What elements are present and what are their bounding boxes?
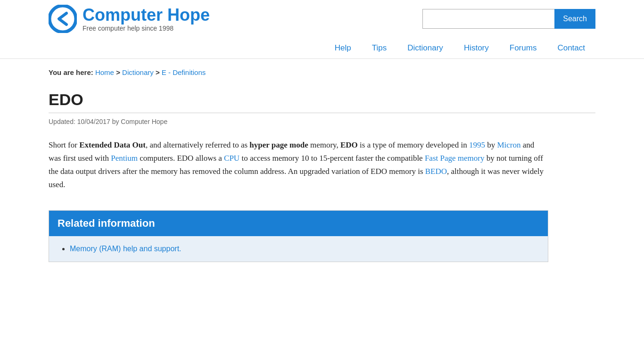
nav-item-tips[interactable]: Tips: [362, 38, 397, 58]
link-pentium[interactable]: Pentium: [111, 154, 138, 163]
logo-text: Computer Hope Free computer help since 1…: [83, 6, 210, 32]
related-info-box: Related information Memory (RAM) help an…: [49, 210, 548, 262]
nav-link-dictionary[interactable]: Dictionary: [397, 38, 454, 58]
nav-link-forums[interactable]: Forums: [499, 38, 547, 58]
site-name-part1: Computer: [83, 5, 167, 25]
article-title: EDO: [49, 90, 595, 109]
search-input[interactable]: [422, 9, 554, 29]
related-links-list: Memory (RAM) help and support.: [60, 245, 537, 253]
term-hyper-page-mode: hyper page mode: [249, 140, 308, 149]
site-tagline: Free computer help since 1998: [83, 25, 210, 32]
term-extended-data-out: Extended Data Out: [79, 140, 146, 149]
breadcrumb-dictionary[interactable]: Dictionary: [122, 68, 154, 76]
site-name: Computer Hope: [83, 6, 210, 25]
nav-item-contact[interactable]: Contact: [547, 38, 595, 58]
svg-point-0: [50, 6, 76, 32]
related-link-memory[interactable]: Memory (RAM) help and support.: [70, 245, 182, 253]
nav-item-history[interactable]: History: [454, 38, 499, 58]
term-edo: EDO: [340, 140, 358, 149]
link-cpu[interactable]: CPU: [224, 154, 239, 163]
link-1995[interactable]: 1995: [469, 140, 485, 149]
site-name-part2: Hope: [167, 5, 210, 25]
breadcrumb: You are here: Home > Dictionary > E - De…: [49, 68, 595, 76]
site-header: Computer Hope Free computer help since 1…: [0, 0, 644, 59]
nav-item-forums[interactable]: Forums: [499, 38, 547, 58]
breadcrumb-sep1: >: [116, 68, 122, 76]
related-info-header: Related information: [49, 211, 548, 236]
nav-item-help[interactable]: Help: [324, 38, 362, 58]
nav-link-help[interactable]: Help: [324, 38, 362, 58]
site-logo[interactable]: Computer Hope Free computer help since 1…: [49, 5, 210, 33]
article-divider: [49, 113, 595, 113]
breadcrumb-prefix: You are here:: [49, 68, 93, 76]
main-nav: Help Tips Dictionary History Forums Cont…: [49, 38, 595, 58]
breadcrumb-home[interactable]: Home: [95, 68, 114, 76]
nav-link-contact[interactable]: Contact: [547, 38, 595, 58]
search-button[interactable]: Search: [554, 9, 595, 29]
breadcrumb-section[interactable]: E - Definitions: [162, 68, 206, 76]
related-info-body: Memory (RAM) help and support.: [49, 236, 548, 262]
nav-link-tips[interactable]: Tips: [362, 38, 397, 58]
article-body: Short for Extended Data Out, and alterna…: [49, 139, 548, 191]
article-meta: Updated: 10/04/2017 by Computer Hope: [49, 118, 595, 125]
related-info-title: Related information: [58, 217, 539, 230]
main-content: You are here: Home > Dictionary > E - De…: [39, 59, 605, 262]
list-item: Memory (RAM) help and support.: [70, 245, 537, 253]
link-micron[interactable]: Micron: [497, 140, 520, 149]
nav-link-history[interactable]: History: [454, 38, 499, 58]
link-bedo[interactable]: BEDO: [425, 167, 447, 176]
article-paragraph: Short for Extended Data Out, and alterna…: [49, 139, 548, 191]
logo-icon: [49, 5, 77, 33]
link-fast-page-memory[interactable]: Fast Page memory: [425, 154, 485, 163]
search-form: Search: [422, 9, 595, 29]
nav-item-dictionary[interactable]: Dictionary: [397, 38, 454, 58]
breadcrumb-sep2: >: [156, 68, 162, 76]
